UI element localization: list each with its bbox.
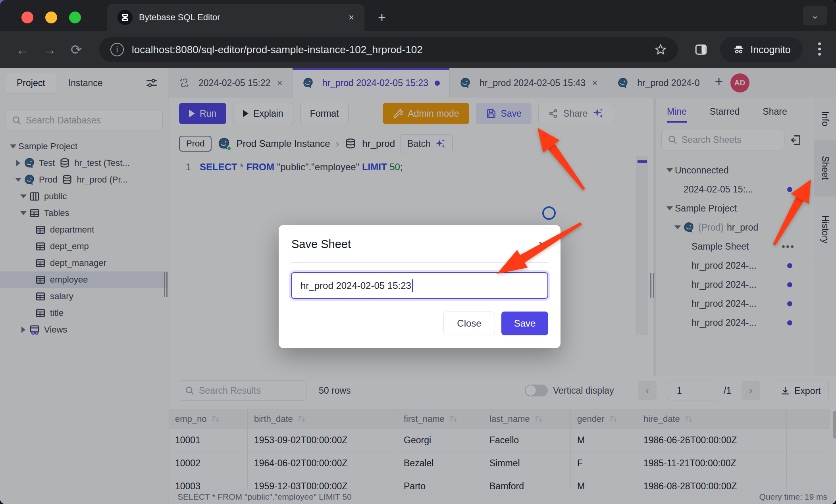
sheet-name-value: hr_prod 2024-02-05 15:23 <box>300 280 411 291</box>
forward-icon[interactable]: → <box>43 42 56 58</box>
browser-new-tab-button[interactable]: + <box>378 10 386 24</box>
browser-window: Bytebase SQL Editor × + ⌄ ← → ⟳ i localh… <box>0 0 836 504</box>
incognito-icon <box>732 44 745 56</box>
traffic-close-button[interactable] <box>21 12 33 23</box>
save-sheet-dialog: Save Sheet ✕ hr_prod 2024-02-05 15:23 Cl… <box>279 225 561 348</box>
dialog-close-button[interactable]: Close <box>443 312 495 335</box>
traffic-minimize-button[interactable] <box>45 12 57 23</box>
incognito-badge: Incognito <box>720 37 803 62</box>
back-icon[interactable]: ← <box>16 42 29 58</box>
browser-tab[interactable]: Bytebase SQL Editor × <box>107 4 364 31</box>
browser-tab-close-icon[interactable]: × <box>349 12 354 23</box>
dialog-close-icon[interactable]: ✕ <box>538 239 547 252</box>
browser-menu-icon[interactable]: ••• <box>818 41 821 57</box>
browser-toolbar: ← → ⟳ i localhost:8080/sql-editor/prod-s… <box>0 31 836 68</box>
incognito-label: Incognito <box>750 44 790 56</box>
browser-tab-title: Bytebase SQL Editor <box>139 12 342 23</box>
bookmark-star-icon[interactable] <box>654 43 667 56</box>
dialog-save-button[interactable]: Save <box>501 312 548 335</box>
dialog-title: Save Sheet <box>291 238 351 251</box>
dialog-divider <box>291 262 549 263</box>
reload-icon[interactable]: ⟳ <box>71 42 82 58</box>
text-cursor <box>412 279 413 292</box>
address-bar[interactable]: i localhost:8080/sql-editor/prod-sample-… <box>99 37 678 62</box>
screenshot-canvas: Bytebase SQL Editor × + ⌄ ← → ⟳ i localh… <box>0 0 836 504</box>
side-panel-icon[interactable] <box>694 43 708 56</box>
browser-tab-strip: Bytebase SQL Editor × + ⌄ <box>0 0 836 31</box>
site-info-icon[interactable]: i <box>110 43 124 56</box>
url-text: localhost:8080/sql-editor/prod-sample-in… <box>132 44 646 56</box>
sheet-name-input[interactable]: hr_prod 2024-02-05 15:23 <box>291 272 548 299</box>
tab-search-chevron-icon[interactable]: ⌄ <box>803 6 827 25</box>
traffic-maximize-button[interactable] <box>69 12 81 23</box>
bytebase-favicon <box>118 10 133 25</box>
